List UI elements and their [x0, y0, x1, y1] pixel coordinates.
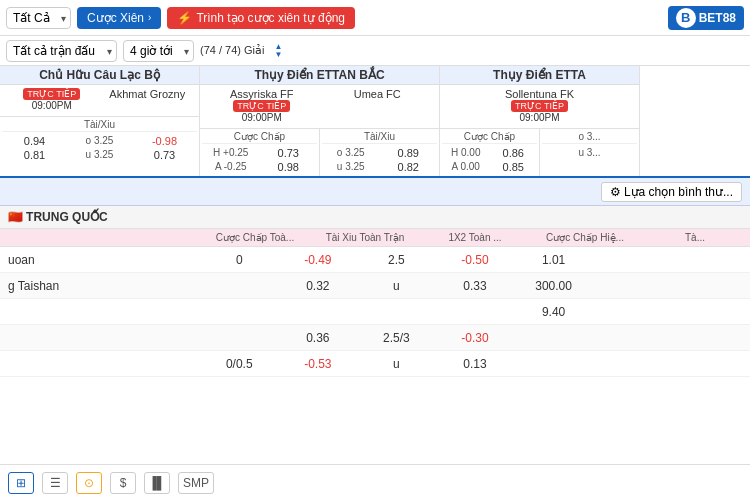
match-name-1: uoan [0, 251, 200, 269]
lua-chon-label: Lựa chọn bình thư... [624, 185, 733, 199]
sort-arrows[interactable]: ▲ ▼ [274, 43, 282, 59]
odds-ta-5[interactable] [671, 362, 750, 366]
odds-cuoc-chap-1a[interactable]: 0 [200, 251, 279, 269]
odds-cell-1-2[interactable]: o 3.25 [67, 134, 132, 148]
gio-toi-dropdown[interactable]: 4 giờ tới [123, 40, 194, 62]
chevron-right-icon: › [148, 12, 151, 23]
circle-dollar-icon[interactable]: ⊙ [76, 472, 102, 494]
odds-cuoc-chap-3b[interactable] [279, 310, 358, 314]
bar-chart-icon[interactable]: ▐▌ [144, 472, 170, 494]
odds-a-label-2[interactable]: A -0.25 [202, 160, 260, 174]
odds-cuoc-chap-hi-5[interactable] [593, 362, 672, 366]
odds-cuoc-chap-4a[interactable] [200, 336, 279, 340]
tat-ca-tran-dau-dropdown[interactable]: Tất cả trận đấu [6, 40, 117, 62]
odds-a-label-3[interactable]: A 0.00 [442, 160, 490, 174]
cuoc-chap-section-2: Cược Chấp H +0.25 0.73 A -0.25 0.98 [200, 129, 320, 176]
odds-tai-xiu-4a[interactable]: 2.5/3 [357, 329, 436, 347]
grid-view-icon[interactable]: ⊞ [8, 472, 34, 494]
match-name-2: g Taishan [0, 277, 200, 295]
odds-1x2-3[interactable]: 9.40 [514, 303, 593, 321]
tat-ca-tran-dau-wrap[interactable]: Tất cả trận đấu [6, 40, 117, 62]
odds-1x2-4[interactable] [514, 336, 593, 340]
odds-h-val-3[interactable]: 0.86 [490, 146, 538, 160]
odds-cuoc-chap-1b[interactable]: -0.49 [279, 251, 358, 269]
odds-h-val-2[interactable]: 0.73 [260, 146, 318, 160]
match-name-4 [0, 336, 200, 340]
odds-cuoc-chap-5b[interactable]: -0.53 [279, 355, 358, 373]
table-row: 0.36 2.5/3 -0.30 [0, 325, 750, 351]
odds-u-label-2[interactable]: u 3.25 [322, 160, 380, 174]
odds-a-val-2[interactable]: 0.98 [260, 160, 318, 174]
league-header: 🇨🇳 TRUNG QUỐC [0, 206, 750, 229]
odds-cuoc-chap-4b[interactable]: 0.36 [279, 329, 358, 347]
live-card-3-odds: Cược Chấp H 0.00 0.86 A 0.00 0.85 o 3...… [440, 128, 639, 176]
odds-cell-1-3[interactable]: -0.98 [132, 134, 197, 148]
odds-1x2-5[interactable] [514, 362, 593, 366]
list-view-icon[interactable]: ☰ [42, 472, 68, 494]
odds-tai-xiu-2b[interactable]: 0.33 [436, 277, 515, 295]
table-row: g Taishan 0.32 u 0.33 300.00 [0, 273, 750, 299]
odds-cuoc-chap-hi-1[interactable] [593, 258, 672, 262]
odds-a-val-3[interactable]: 0.85 [490, 160, 538, 174]
odds-tai-xiu-5a[interactable]: u [357, 355, 436, 373]
odds-cell-1-4[interactable]: 0.81 [2, 148, 67, 162]
odds-cell-1-1[interactable]: 0.94 [2, 134, 67, 148]
odds-h-label-3[interactable]: H 0.00 [442, 146, 490, 160]
trinh-tao-button[interactable]: ⚡ Trình tạo cược xiên tự động [167, 7, 355, 29]
odds-tai-xiu-3b[interactable] [436, 310, 515, 314]
live-card-1-header: Chủ Hữu Câu Lạc Bộ [0, 66, 199, 85]
live-card-3: Thụy Điển ETTA Sollentuna FK TRỰC TIẾP 0… [440, 66, 640, 176]
live-time-1: 09:00PM [32, 100, 72, 111]
odds-ta-1[interactable] [671, 258, 750, 262]
odds-ta-2[interactable] [671, 284, 750, 288]
odds-tai-xiu-1b[interactable]: -0.50 [436, 251, 515, 269]
odds-tai-xiu-3a[interactable] [357, 310, 436, 314]
dollar-icon[interactable]: $ [110, 472, 136, 494]
odds-u-val-2[interactable]: 0.82 [380, 160, 438, 174]
odds-cell-1-5[interactable]: u 3.25 [67, 148, 132, 162]
odds-cuoc-chap-3a[interactable] [200, 310, 279, 314]
bottom-bar: ⊞ ☰ ⊙ $ ▐▌ SMP [0, 464, 750, 500]
odds-cuoc-chap-2a[interactable] [200, 284, 279, 288]
gio-toi-wrap[interactable]: 4 giờ tới [123, 40, 194, 62]
odds-tai-xiu-1a[interactable]: 2.5 [357, 251, 436, 269]
team1-name-3: Sollentuna FK [505, 88, 574, 100]
live-badge-1: TRỰC TIẾP [23, 88, 80, 100]
odds-ta-4[interactable] [671, 336, 750, 340]
lightning-icon: ⚡ [177, 11, 192, 25]
odds-cuoc-chap-5a[interactable]: 0/0.5 [200, 355, 279, 373]
tai-xiu-section-2: Tài/Xiu o 3.25 0.89 u 3.25 0.82 [320, 129, 439, 176]
odds-tai-xiu-5b[interactable]: 0.13 [436, 355, 515, 373]
cuoc-xien-label: Cược Xiên [87, 11, 144, 25]
odds-cell-1-6[interactable]: 0.73 [132, 148, 197, 162]
odds-tai-xiu-4b[interactable]: -0.30 [436, 329, 515, 347]
odds-cuoc-chap-hi-2[interactable] [593, 284, 672, 288]
odds-1x2-1[interactable]: 1.01 [514, 251, 593, 269]
live-card-3-teams: Sollentuna FK TRỰC TIẾP 09:00PM [440, 85, 639, 126]
cuoc-xien-button[interactable]: Cược Xiên › [77, 7, 161, 29]
table-row: 9.40 [0, 299, 750, 325]
tat-ca-dropdown[interactable]: Tất Cả [6, 7, 71, 29]
odds-h-label-2[interactable]: H +0.25 [202, 146, 260, 160]
odds-cuoc-chap-hi-4[interactable] [593, 336, 672, 340]
odds-1x2-2[interactable]: 300.00 [514, 277, 593, 295]
odds-cuoc-chap-2b[interactable]: 0.32 [279, 277, 358, 295]
th-match [0, 232, 200, 243]
more-val-3[interactable]: u 3... [542, 146, 637, 159]
team1-block: TRỰC TIẾP 09:00PM [6, 88, 98, 111]
live-card-2-odds: Cược Chấp H +0.25 0.73 A -0.25 0.98 Tài/… [200, 128, 439, 176]
smp-button[interactable]: SMP [178, 472, 214, 494]
odds-cuoc-chap-hi-3[interactable] [593, 310, 672, 314]
team2-name-2: Umea FC [354, 88, 401, 100]
th-cuoc-chap-hi: Cược Chấp Hiệ... [530, 232, 640, 243]
more-section-3: o 3... u 3... [540, 129, 639, 176]
lua-chon-button[interactable]: ⚙ Lựa chọn bình thư... [601, 182, 742, 202]
odds-ta-3[interactable] [671, 310, 750, 314]
tat-ca-dropdown-wrap[interactable]: Tất Cả [6, 7, 71, 29]
live-card-2: Thụy Điển ETTAN BẮC Assyriska FF TRỰC TI… [200, 66, 440, 176]
odds-o-val-2[interactable]: 0.89 [380, 146, 438, 160]
odds-tai-xiu-2a[interactable]: u [357, 277, 436, 295]
odds-o-label-2[interactable]: o 3.25 [322, 146, 380, 160]
team2-name-1: Akhmat Grozny [109, 88, 185, 100]
th-cuoc-chap: Cược Chấp Toà... [200, 232, 310, 243]
